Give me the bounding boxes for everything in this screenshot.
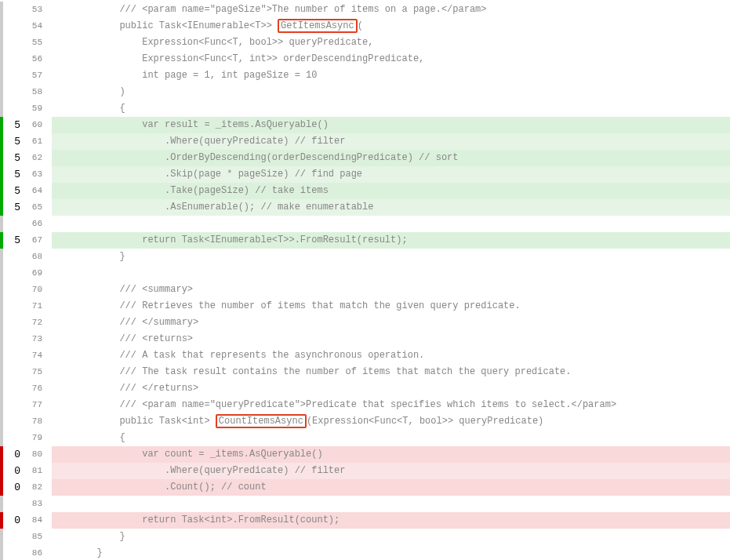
code-line[interactable]: 53 /// <param name="pageSize">The number…: [0, 2, 730, 18]
code-line[interactable]: 74 /// A task that represents the asynch…: [0, 347, 730, 364]
code-line[interactable]: 565 .AsEnumerable(); // make enumeratabl…: [0, 199, 730, 216]
code-text: [52, 496, 119, 512]
line-number: 59: [27, 100, 52, 117]
code-line[interactable]: 66: [0, 216, 730, 232]
line-number: 75: [27, 364, 52, 380]
highlighted-symbol[interactable]: GetItemsAsync: [278, 19, 358, 33]
code-line[interactable]: 70 /// <summary>: [0, 282, 730, 298]
code-line[interactable]: 081 .Where(queryPredicate) // filter: [0, 463, 730, 479]
code-cell: [52, 265, 730, 282]
code-cell: {: [52, 430, 730, 446]
line-number: 77: [27, 397, 52, 413]
line-number: 63: [27, 166, 52, 183]
code-line[interactable]: 71 /// Retrieves the number of items tha…: [0, 298, 730, 315]
code-text: public Task<IEnumerable<T>> GetItemsAsyn…: [52, 18, 363, 35]
code-cell: return Task<IEnumerable<T>>.FromResult(r…: [52, 232, 730, 249]
line-number: 73: [27, 331, 52, 347]
highlighted-symbol[interactable]: CountItemsAsync: [216, 414, 307, 428]
coverage-mark: [0, 2, 3, 18]
code-line[interactable]: 560 var result = _items.AsQueryable(): [0, 117, 730, 133]
code-cell: }: [52, 545, 730, 560]
code-line[interactable]: 084 return Task<int>.FromResult(count);: [0, 512, 730, 529]
code-line[interactable]: 564 .Take(pageSize) // take items: [0, 183, 730, 199]
code-line[interactable]: 68 }: [0, 249, 730, 265]
code-cell: ): [52, 84, 730, 100]
coverage-mark: [0, 216, 3, 232]
hit-count: 5: [3, 183, 27, 199]
line-number: 60: [27, 117, 52, 133]
code-line[interactable]: 73 /// <returns>: [0, 331, 730, 347]
code-text: /// </returns>: [52, 380, 198, 397]
code-line[interactable]: 082 .Count(); // count: [0, 479, 730, 496]
code-cell: public Task<IEnumerable<T>> GetItemsAsyn…: [52, 18, 730, 35]
code-text: int page = 1, int pageSize = 10: [52, 67, 317, 84]
coverage-mark: [0, 84, 3, 100]
line-number: 72: [27, 315, 52, 331]
code-cell: Expression<Func<T, bool>> queryPredicate…: [52, 35, 730, 51]
code-line[interactable]: 69: [0, 265, 730, 282]
line-number: 76: [27, 380, 52, 397]
line-number: 67: [27, 232, 52, 249]
hit-count: 0: [3, 512, 27, 529]
code-line[interactable]: 55 Expression<Func<T, bool>> queryPredic…: [0, 35, 730, 51]
code-text: /// <returns>: [52, 331, 193, 347]
code-cell: {: [52, 100, 730, 117]
code-cell: /// <returns>: [52, 331, 730, 347]
line-number: 62: [27, 150, 52, 166]
line-number: 84: [27, 512, 52, 529]
code-line[interactable]: 79 {: [0, 430, 730, 446]
code-line[interactable]: 77 /// <param name="queryPredicate">Pred…: [0, 397, 730, 413]
line-number: 66: [27, 216, 52, 232]
line-number: 56: [27, 51, 52, 67]
code-text: /// Retrieves the number of items that m…: [52, 298, 521, 315]
code-line[interactable]: 54 public Task<IEnumerable<T>> GetItemsA…: [0, 18, 730, 35]
line-number: 57: [27, 67, 52, 84]
coverage-mark: [0, 496, 3, 512]
hit-count: 5: [3, 199, 27, 216]
code-cell: .Skip(page * pageSize) // find page: [52, 166, 730, 183]
code-text: .Where(queryPredicate) // filter: [52, 463, 345, 479]
coverage-mark: [0, 298, 3, 315]
code-line[interactable]: 86 }: [0, 545, 730, 560]
code-text: /// <summary>: [52, 282, 193, 298]
line-number: 83: [27, 496, 52, 512]
line-number: 64: [27, 183, 52, 199]
code-line[interactable]: 85 }: [0, 529, 730, 545]
code-cell: .Where(queryPredicate) // filter: [52, 133, 730, 150]
code-line[interactable]: 57 int page = 1, int pageSize = 10: [0, 67, 730, 84]
code-cell: var result = _items.AsQueryable(): [52, 117, 730, 133]
code-cell: public Task<int> CountItemsAsync(Express…: [52, 413, 730, 430]
code-line[interactable]: 59 {: [0, 100, 730, 117]
code-line[interactable]: 56 Expression<Func<T, int>> orderDescend…: [0, 51, 730, 67]
code-line[interactable]: 080 var count = _items.AsQueryable(): [0, 446, 730, 463]
code-line[interactable]: 75 /// The task result contains the numb…: [0, 364, 730, 380]
line-number: 74: [27, 347, 52, 364]
code-text: return Task<int>.FromResult(count);: [52, 512, 340, 529]
code-line[interactable]: 563 .Skip(page * pageSize) // find page: [0, 166, 730, 183]
code-line[interactable]: 561 .Where(queryPredicate) // filter: [0, 133, 730, 150]
code-line[interactable]: 78 public Task<int> CountItemsAsync(Expr…: [0, 413, 730, 430]
code-line[interactable]: 83: [0, 496, 730, 512]
code-cell: [52, 496, 730, 512]
line-number: 78: [27, 413, 52, 430]
line-number: 80: [27, 446, 52, 463]
coverage-mark: [0, 430, 3, 446]
hit-count: 5: [3, 166, 27, 183]
code-text: .AsEnumerable(); // make enumeratable: [52, 199, 373, 216]
code-line[interactable]: 58 ): [0, 84, 730, 100]
code-line[interactable]: 567 return Task<IEnumerable<T>>.FromResu…: [0, 232, 730, 249]
coverage-mark: [0, 347, 3, 364]
code-text: /// The task result contains the number …: [52, 364, 572, 380]
code-text: .Count(); // count: [52, 479, 267, 496]
code-cell: /// </summary>: [52, 315, 730, 331]
code-cell: /// Retrieves the number of items that m…: [52, 298, 730, 315]
code-line[interactable]: 76 /// </returns>: [0, 380, 730, 397]
coverage-mark: [0, 364, 3, 380]
line-number: 54: [27, 18, 52, 35]
code-text: /// </summary>: [52, 315, 198, 331]
code-cell: .OrderByDescending(orderDescendingPredic…: [52, 150, 730, 166]
hit-count: 5: [3, 232, 27, 249]
coverage-mark: [0, 380, 3, 397]
code-line[interactable]: 562 .OrderByDescending(orderDescendingPr…: [0, 150, 730, 166]
code-line[interactable]: 72 /// </summary>: [0, 315, 730, 331]
